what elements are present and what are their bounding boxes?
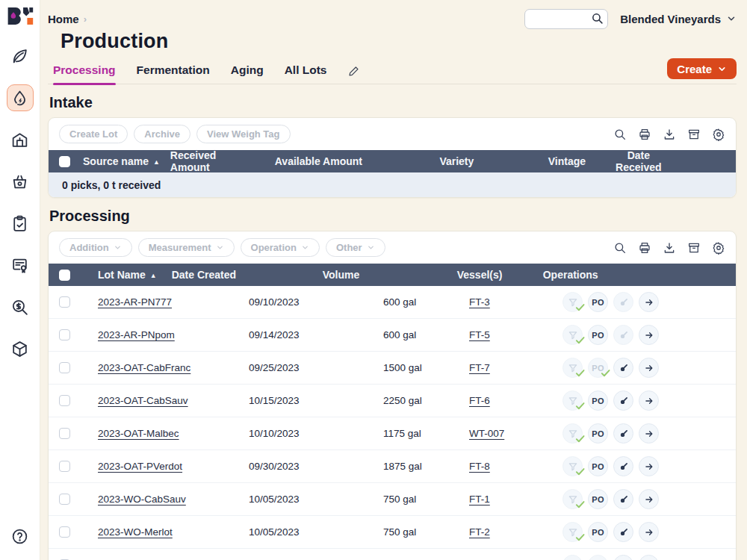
archive-icon[interactable]	[687, 241, 701, 255]
lot-name-link[interactable]: 2023-AR-PN777	[98, 296, 172, 308]
addition-filter-dropdown[interactable]: Addition	[59, 238, 132, 257]
po-operation-button[interactable]: PO	[588, 391, 608, 411]
vessel-link[interactable]: FT-8	[469, 461, 490, 472]
search-icon[interactable]	[613, 241, 627, 255]
column-header[interactable]: Date Created	[157, 269, 308, 281]
lot-name-link[interactable]: 2023-WO-CabSauv	[98, 494, 186, 505]
press-operation-button[interactable]	[613, 555, 633, 560]
breadcrumb[interactable]: Home	[48, 13, 79, 25]
column-header[interactable]: Date Received	[608, 149, 669, 173]
edit-tabs-button[interactable]	[348, 65, 360, 84]
go-to-lot-button[interactable]	[639, 456, 659, 476]
sidebar-item-vineyard[interactable]	[7, 43, 34, 69]
view-weigh-tag-button[interactable]: View Weigh Tag	[196, 125, 291, 143]
other-filter-dropdown[interactable]: Other	[326, 238, 385, 257]
vessel-link[interactable]: FT-1	[469, 494, 490, 505]
tab-processing[interactable]: Processing	[53, 63, 116, 84]
archive-button[interactable]: Archive	[134, 125, 190, 143]
search-icon[interactable]	[591, 12, 604, 25]
column-header[interactable]: Received Amount	[160, 149, 249, 173]
po-operation-button[interactable]: PO	[588, 456, 608, 476]
vessel-link[interactable]: FT-5	[469, 329, 490, 340]
tab-aging[interactable]: Aging	[231, 63, 264, 84]
row-checkbox[interactable]	[59, 395, 70, 406]
select-all-checkbox[interactable]	[59, 270, 70, 281]
go-to-lot-button[interactable]	[639, 292, 659, 312]
row-checkbox[interactable]	[59, 494, 70, 505]
tab-fermentation[interactable]: Fermentation	[137, 63, 210, 84]
addition-operation-button[interactable]	[562, 391, 583, 411]
help-button[interactable]	[7, 523, 34, 550]
addition-operation-button[interactable]	[562, 489, 583, 509]
download-icon[interactable]	[663, 128, 676, 141]
lot-name-link[interactable]: 2023-OAT-CabFranc	[98, 362, 190, 373]
press-operation-button[interactable]	[613, 456, 633, 476]
addition-operation-button[interactable]	[562, 555, 583, 560]
create-lot-button[interactable]: Create Lot	[59, 125, 128, 143]
archive-icon[interactable]	[687, 128, 701, 141]
column-header[interactable]: Volume	[308, 269, 442, 281]
row-checkbox[interactable]	[59, 461, 70, 472]
po-operation-button[interactable]: PO	[588, 489, 608, 509]
vessel-link[interactable]: WT-007	[469, 428, 504, 439]
sidebar-item-reports[interactable]	[7, 252, 34, 279]
lot-name-link[interactable]: 2023-WO-Merlot	[98, 526, 173, 538]
print-icon[interactable]	[638, 128, 651, 141]
addition-operation-button[interactable]	[562, 292, 583, 312]
go-to-lot-button[interactable]	[639, 391, 659, 411]
operation-filter-dropdown[interactable]: Operation	[241, 238, 320, 257]
sidebar-item-winery[interactable]	[7, 126, 34, 153]
addition-operation-button[interactable]	[562, 358, 583, 378]
addition-operation-button[interactable]	[562, 522, 583, 542]
press-operation-button[interactable]	[613, 391, 633, 411]
go-to-lot-button[interactable]	[639, 325, 659, 345]
vessel-link[interactable]: FT-7	[469, 362, 490, 373]
lot-name-link[interactable]: 2023-OAT-CabSauv	[98, 395, 188, 406]
settings-icon[interactable]	[712, 128, 725, 141]
go-to-lot-button[interactable]	[639, 522, 659, 542]
press-operation-button[interactable]	[613, 292, 633, 312]
column-header[interactable]: Available Amount	[249, 155, 388, 167]
lot-name-link[interactable]: 2023-OAT-PVerdot	[98, 461, 182, 472]
press-operation-button[interactable]	[613, 423, 633, 444]
measurement-filter-dropdown[interactable]: Measurement	[138, 238, 235, 257]
sidebar-item-sales[interactable]	[7, 293, 34, 320]
sidebar-item-inventory[interactable]	[7, 335, 34, 362]
press-operation-button[interactable]	[613, 325, 633, 345]
row-checkbox[interactable]	[59, 428, 70, 439]
row-checkbox[interactable]	[59, 362, 70, 373]
lot-name-link[interactable]: 2023-AR-PNpom	[98, 329, 175, 340]
sidebar-item-tasks[interactable]	[7, 210, 34, 237]
press-operation-button[interactable]	[613, 522, 633, 542]
row-checkbox[interactable]	[59, 296, 70, 308]
vessel-link[interactable]: FT-6	[469, 395, 490, 406]
download-icon[interactable]	[663, 241, 676, 255]
settings-icon[interactable]	[712, 241, 725, 255]
row-checkbox[interactable]	[59, 526, 70, 538]
po-operation-button[interactable]: PO	[588, 325, 608, 345]
press-operation-button[interactable]	[613, 489, 633, 509]
column-header[interactable]: Source name▲	[83, 155, 160, 167]
po-operation-button[interactable]: PO	[588, 292, 608, 312]
app-logo[interactable]	[7, 6, 34, 29]
vessel-link[interactable]: FT-3	[469, 296, 490, 308]
tab-all-lots[interactable]: All Lots	[285, 63, 327, 84]
addition-operation-button[interactable]	[562, 456, 583, 476]
search-icon[interactable]	[613, 128, 627, 141]
po-operation-button[interactable]: PO	[588, 423, 608, 444]
column-header[interactable]: Lot Name▲	[83, 269, 157, 281]
lot-name-link[interactable]: 2023-OAT-Malbec	[98, 428, 179, 439]
press-operation-button[interactable]	[613, 358, 633, 378]
org-switcher[interactable]: Blended Vineyards	[620, 13, 737, 25]
column-header[interactable]: Variety	[388, 155, 526, 167]
addition-operation-button[interactable]	[562, 325, 583, 345]
select-all-checkbox[interactable]	[59, 156, 70, 167]
go-to-lot-button[interactable]	[639, 489, 659, 509]
column-header[interactable]: Vessel(s)	[442, 269, 528, 281]
go-to-lot-button[interactable]	[639, 423, 659, 444]
column-header[interactable]: Operations	[528, 269, 627, 281]
row-checkbox[interactable]	[59, 329, 70, 340]
sidebar-item-production[interactable]	[7, 84, 34, 111]
addition-operation-button[interactable]	[562, 423, 583, 444]
po-operation-button[interactable]: PO	[588, 358, 608, 378]
